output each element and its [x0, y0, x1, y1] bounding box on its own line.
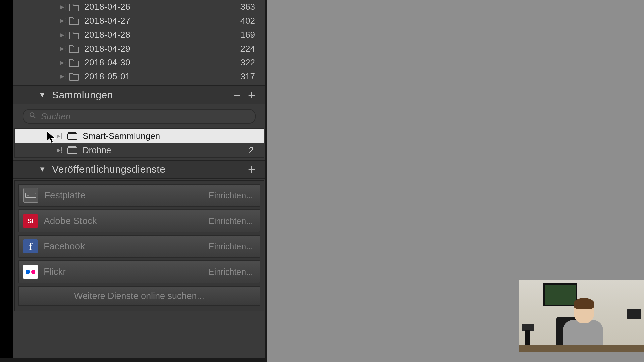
folder-icon [67, 16, 81, 25]
collection-count: 2 [249, 145, 254, 156]
service-name: Facebook [44, 241, 209, 252]
disclosure-triangle-icon[interactable]: ▶┆ [59, 73, 67, 79]
disclosure-triangle-icon[interactable]: ▶┆ [55, 147, 64, 153]
folder-name: 2018-04-27 [84, 16, 240, 26]
collections-title: Sammlungen [52, 89, 113, 101]
disclosure-triangle-icon[interactable]: ▶┆ [55, 133, 64, 139]
disclosure-triangle-icon[interactable]: ▶┆ [59, 60, 67, 66]
service-setup-link[interactable]: Einrichten... [209, 216, 253, 226]
collections-panel-header[interactable]: ▼ Sammlungen − + [13, 85, 265, 104]
facebook-icon: f [23, 239, 38, 253]
disclosure-triangle-icon[interactable]: ▶┆ [59, 4, 67, 10]
find-more-services-button[interactable]: Weitere Dienste online suchen... [18, 286, 260, 306]
folder-name: 2018-05-01 [84, 71, 240, 82]
folders-list: ▶┆2018-04-26363▶┆2018-04-27402▶┆2018-04-… [13, 0, 265, 83]
disclosure-triangle-icon[interactable]: ▶┆ [59, 18, 67, 24]
publish-service-row[interactable]: FlickrEinrichten... [18, 260, 260, 283]
folder-row[interactable]: ▶┆2018-04-28169 [13, 28, 265, 42]
folder-count: 402 [240, 16, 255, 26]
folder-count: 322 [240, 57, 255, 68]
folder-name: 2018-04-30 [84, 57, 240, 68]
adobe-stock-icon: St [23, 214, 38, 228]
publish-service-row[interactable]: StAdobe StockEinrichten... [18, 209, 260, 232]
search-icon [29, 112, 36, 121]
folder-row[interactable]: ▶┆2018-04-27402 [13, 14, 265, 28]
collapse-triangle-icon[interactable]: ▼ [39, 165, 46, 174]
folder-icon [67, 58, 81, 67]
collections-minus-button[interactable]: − [230, 88, 244, 102]
svg-point-7 [27, 195, 28, 196]
service-setup-link[interactable]: Einrichten... [209, 191, 253, 200]
publish-service-row[interactable]: FestplatteEinrichten... [18, 184, 260, 207]
folder-row[interactable]: ▶┆2018-05-01317 [13, 70, 265, 84]
publish-service-row[interactable]: fFacebookEinrichten... [18, 235, 260, 258]
folder-row[interactable]: ▶┆2018-04-26363 [13, 0, 265, 14]
collections-search-input[interactable] [40, 111, 250, 122]
collection-name: Smart-Sammlungen [83, 131, 254, 141]
folder-icon [67, 44, 81, 53]
folder-row[interactable]: ▶┆2018-04-30322 [13, 56, 265, 70]
harddrive-icon [23, 188, 38, 203]
svg-rect-4 [68, 148, 77, 154]
sidebar-bottom-border [0, 358, 267, 362]
folder-name: 2018-04-26 [84, 2, 240, 12]
collections-search[interactable] [23, 109, 256, 124]
collections-plus-button[interactable]: + [245, 88, 259, 102]
service-setup-link[interactable]: Einrichten... [209, 267, 253, 277]
flickr-icon [23, 265, 38, 279]
service-name: Flickr [44, 266, 209, 277]
disclosure-triangle-icon[interactable]: ▶┆ [59, 32, 67, 38]
folder-count: 317 [240, 71, 255, 82]
disclosure-triangle-icon[interactable]: ▶┆ [59, 46, 67, 52]
webcam-overlay [519, 280, 644, 352]
left-gutter [0, 0, 13, 362]
collection-set-icon [66, 146, 79, 154]
svg-rect-2 [68, 134, 77, 139]
left-sidebar: ▶┆2018-04-26363▶┆2018-04-27402▶┆2018-04-… [13, 0, 267, 358]
folder-icon [67, 3, 81, 11]
folder-row[interactable]: ▶┆2018-04-29224 [13, 42, 265, 56]
collection-row[interactable]: ▶┆Smart-Sammlungen [15, 129, 264, 143]
service-name: Adobe Stock [44, 216, 209, 226]
publish-plus-button[interactable]: + [245, 163, 259, 176]
folder-count: 169 [240, 29, 255, 40]
folder-name: 2018-04-29 [84, 44, 240, 54]
service-name: Festplatte [44, 190, 209, 201]
service-setup-link[interactable]: Einrichten... [209, 242, 253, 251]
svg-line-1 [34, 116, 36, 118]
folder-count: 363 [240, 2, 255, 12]
collection-set-icon [66, 132, 79, 140]
publish-services-body: FestplatteEinrichten...StAdobe StockEinr… [14, 180, 264, 311]
svg-point-0 [30, 113, 34, 117]
collapse-triangle-icon[interactable]: ▼ [39, 90, 46, 99]
folder-icon [67, 31, 81, 39]
collection-name: Drohne [83, 145, 249, 156]
folder-icon [67, 72, 81, 81]
collections-list: ▶┆Smart-Sammlungen▶┆Drohne2 [14, 128, 264, 158]
publish-title: Veröffentlichungsdienste [52, 164, 165, 175]
collection-row[interactable]: ▶┆Drohne2 [15, 143, 264, 157]
folder-name: 2018-04-28 [84, 29, 240, 40]
publish-panel-header[interactable]: ▼ Veröffentlichungsdienste + [13, 160, 265, 179]
folder-count: 224 [240, 44, 255, 54]
